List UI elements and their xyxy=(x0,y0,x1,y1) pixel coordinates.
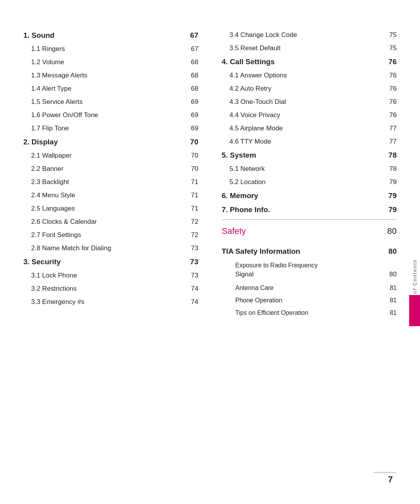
entry-text-1-3: 1.3 Message Alerts xyxy=(31,72,183,79)
safety-divider xyxy=(222,220,397,220)
entry-page-1-5: 69 xyxy=(183,98,198,106)
entry-page-2-2: 70 xyxy=(183,165,198,173)
entry-text-system: 5. System xyxy=(222,151,381,160)
toc-entry-2-8: 2.8 Name Match for Dialing 73 xyxy=(23,244,198,252)
toc-entry-3-4: 3.4 Change Lock Code 75 xyxy=(222,31,397,39)
entry-text-1-5: 1.5 Service Alerts xyxy=(31,98,183,106)
entry-text-3-4: 3.4 Change Lock Code xyxy=(229,31,381,39)
content-wrapper: 1. Sound 67 1.1 Ringers 67 1.2 Volume 68… xyxy=(23,31,397,322)
entry-page-1-4: 68 xyxy=(183,85,198,93)
toc-entry-1-1: 1.1 Ringers 67 xyxy=(23,45,198,53)
exposure-text-line2: Signal xyxy=(235,270,254,279)
toc-entry-3-2: 3.2 Restrictions 74 xyxy=(23,285,198,293)
entry-page-1-6: 69 xyxy=(183,111,198,119)
entry-text-1-1: 1.1 Ringers xyxy=(31,45,183,53)
entry-text-phone-info: 7. Phone Info. xyxy=(222,205,381,214)
toc-entry-2-1: 2.1 Wallpaper 70 xyxy=(23,152,198,160)
toc-entry-exposure: Exposure to Radio Frequency Signal 80 xyxy=(222,261,397,279)
entry-text-1-4: 1.4 Alert Type xyxy=(31,85,183,93)
entry-text-2-5: 2.5 Languages xyxy=(31,205,183,212)
entry-page-2-4: 71 xyxy=(183,191,198,199)
toc-entry-display: 2. Display 70 xyxy=(23,138,198,146)
toc-entry-4-6: 4.6 TTY Mode 77 xyxy=(222,138,397,146)
toc-entry-2-7: 2.7 Font Settings 72 xyxy=(23,231,198,239)
entry-page-memory: 79 xyxy=(381,191,397,200)
entry-text-display: 2. Display xyxy=(23,138,183,146)
entry-text-2-6: 2.6 Clocks & Calendar xyxy=(31,218,183,226)
entry-page-tia-safety: 80 xyxy=(381,247,397,256)
entry-page-4-5: 77 xyxy=(381,125,397,132)
toc-entry-safety-header: Safety 80 xyxy=(222,226,397,242)
toc-entry-phone-info: 7. Phone Info. 79 xyxy=(222,205,397,214)
toc-entry-4-5: 4.5 Airplane Mode 77 xyxy=(222,125,397,132)
toc-entry-1-3: 1.3 Message Alerts 68 xyxy=(23,72,198,79)
toc-entry-sound: 1. Sound 67 xyxy=(23,31,198,40)
toc-entry-security: 3. Security 73 xyxy=(23,258,198,266)
entry-text-3-3: 3.3 Emergency #s xyxy=(31,298,183,306)
toc-entry-tia-safety: TIA Safety Information 80 xyxy=(222,247,397,256)
entry-page-4-1: 76 xyxy=(381,72,397,79)
entry-page-3-4: 75 xyxy=(381,31,397,39)
page-number: 7 xyxy=(388,474,393,485)
page-container: 1. Sound 67 1.1 Ringers 67 1.2 Volume 68… xyxy=(0,0,420,504)
entry-page-sound: 67 xyxy=(183,31,198,40)
toc-entry-system: 5. System 78 xyxy=(222,151,397,160)
entry-page-3-2: 74 xyxy=(183,285,198,293)
entry-page-3-5: 75 xyxy=(381,44,397,52)
entry-page-5-1: 78 xyxy=(381,165,397,173)
entry-text-5-1: 5.1 Network xyxy=(229,165,381,173)
entry-page-2-6: 72 xyxy=(183,218,198,226)
entry-page-2-1: 70 xyxy=(183,152,198,160)
toc-entry-4-1: 4.1 Answer Options 76 xyxy=(222,72,397,79)
entry-page-call-settings: 76 xyxy=(381,58,397,66)
entry-text-call-settings: 4. Call Settings xyxy=(222,58,381,66)
entry-page-4-6: 77 xyxy=(381,138,397,146)
entry-page-1-7: 69 xyxy=(183,125,198,132)
toc-entry-1-7: 1.7 Flip Tone 69 xyxy=(23,125,198,132)
toc-entry-2-3: 2.3 Backlight 71 xyxy=(23,178,198,186)
entry-page-2-8: 73 xyxy=(183,244,198,252)
entry-page-3-1: 73 xyxy=(183,272,198,279)
entry-page-system: 78 xyxy=(381,151,397,160)
left-column: 1. Sound 67 1.1 Ringers 67 1.2 Volume 68… xyxy=(23,31,214,322)
toc-entry-3-1: 3.1 Lock Phone 73 xyxy=(23,272,198,279)
entry-page-tips: 81 xyxy=(381,309,397,316)
entry-text-antenna: Antenna Care xyxy=(235,284,381,292)
bottom-divider xyxy=(373,472,397,473)
entry-page-phone-info: 79 xyxy=(381,205,397,214)
entry-page-phone-op: 81 xyxy=(381,297,397,304)
entry-text-4-6: 4.6 TTY Mode xyxy=(229,138,381,146)
entry-text-2-8: 2.8 Name Match for Dialing xyxy=(31,244,183,252)
toc-entry-5-1: 5.1 Network 78 xyxy=(222,165,397,173)
exposure-page: 80 xyxy=(381,270,397,279)
toc-entry-2-4: 2.4 Menu Style 71 xyxy=(23,191,198,199)
entry-text-4-1: 4.1 Answer Options xyxy=(229,72,381,79)
toc-entry-call-settings: 4. Call Settings 76 xyxy=(222,58,397,66)
entry-text-2-2: 2.2 Banner xyxy=(31,165,183,173)
safety-header-page: 80 xyxy=(381,226,397,236)
entry-text-2-4: 2.4 Menu Style xyxy=(31,191,183,199)
entry-page-1-3: 68 xyxy=(183,72,198,79)
toc-entry-1-4: 1.4 Alert Type 68 xyxy=(23,85,198,93)
safety-header-text: Safety xyxy=(222,226,381,236)
entry-text-memory: 6. Memory xyxy=(222,191,381,200)
toc-entry-4-4: 4.4 Voice Privacy 76 xyxy=(222,111,397,119)
entry-text-2-1: 2.1 Wallpaper xyxy=(31,152,183,160)
entry-page-2-5: 71 xyxy=(183,205,198,212)
entry-page-4-3: 76 xyxy=(381,98,397,106)
toc-entry-1-5: 1.5 Service Alerts 69 xyxy=(23,98,198,106)
entry-text-2-7: 2.7 Font Settings xyxy=(31,231,183,239)
entry-text-3-5: 3.5 Reset Default xyxy=(229,44,381,52)
toc-entry-2-2: 2.2 Banner 70 xyxy=(23,165,198,173)
entry-text-4-4: 4.4 Voice Privacy xyxy=(229,111,381,119)
entry-text-4-3: 4.3 One-Touch Dial xyxy=(229,98,381,106)
entry-text-tips: Tips on Efficient Operation xyxy=(235,309,381,316)
entry-page-3-3: 74 xyxy=(183,298,198,306)
sidebar-tab xyxy=(409,295,420,326)
toc-entry-3-5: 3.5 Reset Default 75 xyxy=(222,44,397,52)
entry-text-1-2: 1.2 Volume xyxy=(31,58,183,66)
entry-page-5-2: 79 xyxy=(381,178,397,186)
exposure-text-line1: Exposure to Radio Frequency xyxy=(235,262,318,269)
toc-entry-5-2: 5.2 Location 79 xyxy=(222,178,397,186)
toc-entry-2-5: 2.5 Languages 71 xyxy=(23,205,198,212)
